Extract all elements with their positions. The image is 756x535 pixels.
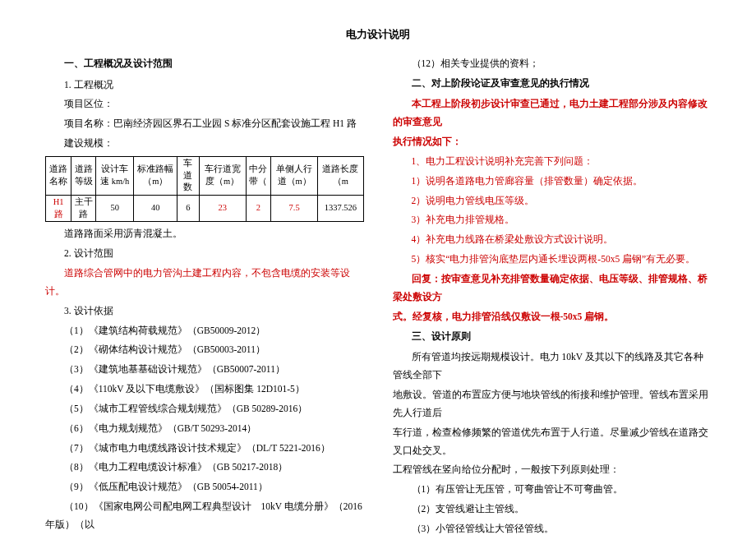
table-row: H1 路 主干路 50 40 6 23 2 7.5 1337.526 bbox=[46, 195, 364, 221]
review-item-1-1: 1）说明各道路电力管廊容量（排管数量）确定依据。 bbox=[393, 173, 712, 191]
s3-p2: 地敷设。管道的布置应方便与地块管线的衔接和维护管理。管线布置采用先人行道后 bbox=[393, 386, 712, 422]
td-grade: 主干路 bbox=[71, 195, 96, 221]
rule-3: （3）小管径管线让大管径管线。 bbox=[393, 520, 712, 535]
ref-10a: （10）《国家电网公司配电网工程典型设计 10kV 电缆分册》（2016 年版）… bbox=[45, 498, 364, 534]
td-median: 2 bbox=[246, 195, 270, 221]
td-name: H1 路 bbox=[46, 195, 71, 221]
section-1-header: 一、工程概况及设计范围 bbox=[45, 55, 364, 73]
td-speed: 50 bbox=[96, 195, 134, 221]
ref-9: （9）《低压配电设计规范》（GB 50054-2011） bbox=[45, 478, 364, 496]
s3-p1: 所有管道均按远期规模设计。电力 10kV 及其以下的线路及其它各种管线全部下 bbox=[393, 348, 712, 385]
td-length: 1337.526 bbox=[318, 195, 363, 221]
ref-3: （3）《建筑地基基础设计规范》（GB50007-2011） bbox=[45, 361, 364, 379]
subsection-1-2: 2. 设计范围 bbox=[45, 245, 364, 263]
table-header-row: 道路名称 道路等级 设计车速 km/h 标准路幅（m） 车道数 车行道宽度（m）… bbox=[46, 156, 364, 195]
ref-7: （7）《城市电力电缆线路设计技术规定》（DL/T 5221-2016） bbox=[45, 440, 364, 458]
review-item-1-3: 3）补充电力排管规格。 bbox=[393, 211, 712, 229]
subsection-1-1: 1. 工程概况 bbox=[45, 76, 364, 95]
td-lanes: 6 bbox=[177, 195, 199, 221]
right-column: （12）相关专业提供的资料； 二、对上阶段论证及审查意见的执行情况 本工程上阶段… bbox=[393, 55, 712, 535]
reply-1: 回复：按审查意见补充排管数量确定依据、电压等级、排管规格、桥梁处敷设方 bbox=[393, 270, 712, 307]
left-column: 一、工程概况及设计范围 1. 工程概况 项目区位： 项目名称：巴南经济园区界石工… bbox=[45, 55, 364, 535]
review-item-1-4: 4）补充电力线路在桥梁处敷设方式设计说明。 bbox=[393, 231, 712, 249]
th-name: 道路名称 bbox=[46, 156, 71, 195]
ref-12: （12）相关专业提供的资料； bbox=[393, 55, 712, 73]
review-item-1: 1、电力工程设计说明补充完善下列问题： bbox=[393, 153, 712, 171]
s3-p4: 工程管线在竖向给位分配时，一般按下列原则处理： bbox=[393, 461, 712, 479]
two-column-layout: 一、工程概况及设计范围 1. 工程概况 项目区位： 项目名称：巴南经济园区界石工… bbox=[45, 55, 711, 535]
review-item-1-5: 5）核实“电力排管沟底垫层内通长埋设两根-50x5 扁钢”有无必要。 bbox=[393, 251, 712, 269]
ref-2: （2）《砌体结构设计规范》（GB50003-2011） bbox=[45, 341, 364, 359]
th-carriageway: 车行道宽度（m） bbox=[199, 156, 246, 195]
rule-2: （2）支管线避让主管线。 bbox=[393, 500, 712, 519]
project-area: 项目区位： bbox=[45, 95, 364, 113]
design-scope: 道路综合管网中的电力管沟土建工程内容，不包含电缆的安装等设计。 bbox=[45, 265, 364, 301]
road-surface: 道路路面采用沥青混凝土。 bbox=[45, 225, 364, 243]
th-sidewalk: 单侧人行道（m） bbox=[270, 156, 317, 195]
page-title: 电力设计说明 bbox=[45, 25, 711, 45]
th-median: 中分带（ bbox=[246, 156, 270, 195]
ref-5: （5）《城市工程管线综合规划规范》（GB 50289-2016） bbox=[45, 400, 364, 418]
ref-1: （1）《建筑结构荷载规范》（GB50009-2012） bbox=[45, 322, 364, 340]
td-carriageway: 23 bbox=[199, 195, 246, 221]
th-grade: 道路等级 bbox=[71, 156, 96, 195]
rule-1: （1）有压管让无压管，可弯曲管让不可弯曲管。 bbox=[393, 481, 712, 499]
th-speed: 设计车速 km/h bbox=[96, 156, 134, 195]
s2-intro-1: 本工程上阶段初步设计审查已通过，电力土建工程部分涉及内容修改的审查意见 bbox=[393, 95, 712, 131]
td-sidewalk: 7.5 bbox=[270, 195, 317, 221]
reply-2: 式。经复核，电力排管沿线仅敷设一根-50x5 扁钢。 bbox=[393, 308, 712, 326]
section-3-header: 三、设计原则 bbox=[393, 328, 712, 346]
th-width: 标准路幅（m） bbox=[134, 156, 177, 195]
ref-8: （8）《电力工程电缆设计标准》（GB 50217-2018） bbox=[45, 459, 364, 477]
project-name: 项目名称：巴南经济园区界石工业园 S 标准分区配套设施工程 H1 路 bbox=[45, 115, 364, 133]
section-2-header: 二、对上阶段论证及审查意见的执行情况 bbox=[393, 75, 712, 93]
s3-p3: 车行道，检查检修频繁的管道优先布置于人行道。尽量减少管线在道路交叉口处交叉。 bbox=[393, 424, 712, 460]
subsection-1-3: 3. 设计依据 bbox=[45, 302, 364, 321]
s2-intro-2: 执行情况如下： bbox=[393, 133, 712, 151]
th-lanes: 车道数 bbox=[177, 156, 199, 195]
td-width: 40 bbox=[134, 195, 177, 221]
build-scale: 建设规模： bbox=[45, 135, 364, 153]
road-table: 道路名称 道路等级 设计车速 km/h 标准路幅（m） 车道数 车行道宽度（m）… bbox=[45, 156, 364, 222]
review-item-1-2: 2）说明电力管线电压等级。 bbox=[393, 192, 712, 210]
ref-4: （4）《110kV 及以下电缆敷设》（国标图集 12D101-5） bbox=[45, 380, 364, 399]
ref-6: （6）《电力规划规范》（GB/T 50293-2014） bbox=[45, 420, 364, 438]
th-length: 道路长度（m bbox=[318, 156, 363, 195]
